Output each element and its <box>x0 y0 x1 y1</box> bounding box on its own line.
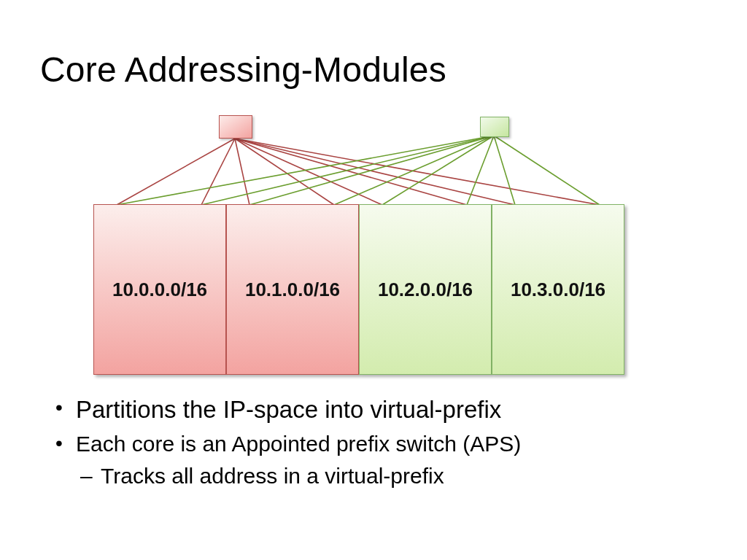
core-node-red <box>219 115 252 139</box>
bullet-list: Partitions the IP-space into virtual-pre… <box>51 394 693 491</box>
prefix-label: 10.1.0.0/16 <box>245 279 340 301</box>
svg-line-0 <box>117 139 235 205</box>
svg-line-14 <box>494 136 515 205</box>
svg-line-7 <box>235 139 600 205</box>
prefix-label: 10.2.0.0/16 <box>378 279 473 301</box>
bullet-2: Each core is an Appointed prefix switch … <box>51 429 693 459</box>
prefix-label: 10.3.0.0/16 <box>511 279 605 301</box>
core-node-green <box>480 117 509 137</box>
svg-line-15 <box>494 136 600 205</box>
prefix-block-2: 10.2.0.0/16 <box>359 204 492 375</box>
svg-line-4 <box>235 139 382 205</box>
prefix-block-1: 10.1.0.0/16 <box>226 204 359 375</box>
prefix-block-3: 10.3.0.0/16 <box>492 204 624 375</box>
prefix-label: 10.0.0.0/16 <box>112 279 207 301</box>
bullet-1: Partitions the IP-space into virtual-pre… <box>51 394 693 427</box>
slide: Core Addressing-Modules <box>0 0 747 560</box>
diagram: 10.0.0.0/16 10.1.0.0/16 10.2.0.0/16 10.3… <box>0 109 747 379</box>
slide-title: Core Addressing-Modules <box>40 50 446 90</box>
prefix-block-0: 10.0.0.0/16 <box>93 204 226 375</box>
svg-line-10 <box>249 136 494 205</box>
bullet-2-sub: Tracks all address in a virtual-prefix <box>51 462 693 491</box>
svg-line-5 <box>235 139 467 205</box>
